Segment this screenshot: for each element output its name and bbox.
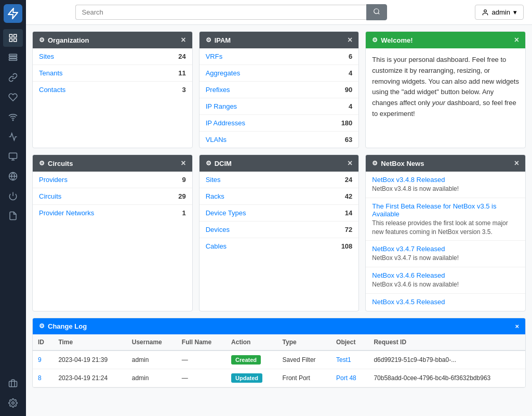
col-type: Type xyxy=(277,334,331,350)
gear-icon[interactable]: ⚙ xyxy=(39,36,45,44)
admin-button[interactable]: admin ▾ xyxy=(475,5,524,20)
row-type: Saved Filter xyxy=(277,350,331,369)
dcim-sites-link[interactable]: Sites xyxy=(206,176,221,184)
devices-link[interactable]: Devices xyxy=(206,226,230,233)
col-username: Username xyxy=(127,334,177,350)
sidebar-item-rack[interactable] xyxy=(3,49,23,67)
widget-organization-close[interactable]: × xyxy=(181,36,185,44)
row-time: 2023-04-19 21:24 xyxy=(53,369,126,387)
widget-circuits-header: ⚙ Circuits × xyxy=(33,155,192,172)
ip-addresses-link[interactable]: IP Addresses xyxy=(206,119,245,127)
widget-dcim-header: ⚙ DCIM × xyxy=(200,155,359,172)
col-object: Object xyxy=(331,334,368,350)
sidebar-item-circuits[interactable] xyxy=(3,128,23,146)
gear-icon[interactable]: ⚙ xyxy=(372,36,378,44)
list-item: Sites 24 xyxy=(200,172,359,188)
news-body: NetBox v3.4.6 is now available! xyxy=(372,280,519,289)
search-button[interactable] xyxy=(366,4,387,20)
device-types-link[interactable]: Device Types xyxy=(206,209,246,217)
list-item: IP Ranges 4 xyxy=(200,98,359,115)
widget-dcim-body: Sites 24 Racks 42 Device Types 14 Device… xyxy=(200,172,359,254)
sidebar-item-dashboard[interactable] xyxy=(3,29,23,47)
list-item: Providers 9 xyxy=(33,172,192,188)
svg-rect-5 xyxy=(9,54,17,56)
dashboard-grid-top: ⚙ Organization × Sites 24 Tenants 11 xyxy=(32,31,526,148)
widget-welcome-header: ⚙ Welcome! × xyxy=(366,32,525,48)
sidebar-item-ipam[interactable] xyxy=(3,167,23,185)
svg-rect-3 xyxy=(9,39,12,42)
list-item: Tenants 11 xyxy=(33,65,192,82)
providers-link[interactable]: Providers xyxy=(39,176,68,184)
vlans-link[interactable]: VLANs xyxy=(206,136,227,144)
news-item: The First Beta Release for NetBox v3.5 i… xyxy=(366,198,525,241)
row-object-link[interactable]: Port 48 xyxy=(336,374,356,382)
gear-icon[interactable]: ⚙ xyxy=(39,322,45,330)
news-link[interactable]: The First Beta Release for NetBox v3.5 i… xyxy=(372,202,519,218)
sidebar-item-virtualization[interactable] xyxy=(3,148,23,165)
row-object-link[interactable]: Test1 xyxy=(336,356,351,363)
list-item: Contacts 3 xyxy=(33,82,192,98)
widget-welcome-close[interactable]: × xyxy=(514,36,519,44)
change-log-close[interactable]: × xyxy=(515,322,519,330)
svg-rect-9 xyxy=(9,153,17,159)
contacts-count: 3 xyxy=(182,86,185,94)
gear-icon[interactable]: ⚙ xyxy=(206,36,211,44)
row-id-link[interactable]: 8 xyxy=(38,374,42,382)
news-link[interactable]: NetBox v3.4.8 Released xyxy=(372,176,519,184)
aggregates-link[interactable]: Aggregates xyxy=(206,69,241,77)
sidebar-item-admin[interactable] xyxy=(3,374,23,392)
widget-welcome: ⚙ Welcome! × This is your personal dashb… xyxy=(365,31,526,148)
gear-icon[interactable]: ⚙ xyxy=(372,160,378,167)
widget-news-close[interactable]: × xyxy=(514,159,519,167)
widget-news-header: ⚙ NetBox News × xyxy=(366,155,525,172)
racks-link[interactable]: Racks xyxy=(206,192,224,200)
widget-change-log: ⚙ Change Log × ID Time Username Full Nam… xyxy=(32,318,526,388)
row-fullname: — xyxy=(177,350,226,369)
news-item: NetBox v3.4.7 Released NetBox v3.4.7 is … xyxy=(366,241,525,267)
tenants-link[interactable]: Tenants xyxy=(39,69,63,77)
news-link[interactable]: NetBox v3.4.6 Released xyxy=(372,271,519,279)
list-item: Prefixes 90 xyxy=(200,82,359,98)
devices-count: 72 xyxy=(345,226,352,233)
row-id-link[interactable]: 9 xyxy=(38,356,42,363)
sites-link[interactable]: Sites xyxy=(39,53,54,60)
sidebar-item-connections[interactable] xyxy=(3,69,23,86)
widget-ipam-close[interactable]: × xyxy=(348,36,352,44)
news-body: This release provides the first look at … xyxy=(372,219,519,237)
news-item: NetBox v3.4.8 Released NetBox v3.4.8 is … xyxy=(366,172,525,198)
sidebar-item-power[interactable] xyxy=(3,187,23,205)
circuits-link[interactable]: Circuits xyxy=(39,192,61,200)
widget-dcim: ⚙ DCIM × Sites 24 Racks 42 Device xyxy=(199,154,360,311)
widget-circuits-close[interactable]: × xyxy=(181,159,185,167)
provider-networks-link[interactable]: Provider Networks xyxy=(39,209,94,217)
widget-ipam: ⚙ IPAM × VRFs 6 Aggregates 4 Prefi xyxy=(199,31,360,148)
news-item: NetBox v3.4.5 Released xyxy=(366,294,525,311)
vrfs-link[interactable]: VRFs xyxy=(206,53,223,60)
list-item: IP Addresses 180 xyxy=(200,115,359,132)
dropdown-icon: ▾ xyxy=(513,8,517,16)
widget-news-title: NetBox News xyxy=(381,160,424,167)
widget-news-body: NetBox v3.4.8 Released NetBox v3.4.8 is … xyxy=(366,172,525,311)
list-item: Device Types 14 xyxy=(200,205,359,222)
prefixes-count: 90 xyxy=(345,86,352,94)
contacts-link[interactable]: Contacts xyxy=(39,86,65,94)
sidebar-item-reports[interactable] xyxy=(3,207,23,225)
row-fullname: — xyxy=(177,369,226,387)
tenants-count: 11 xyxy=(178,69,185,77)
search-input[interactable] xyxy=(75,5,366,20)
sidebar-item-plugins[interactable] xyxy=(3,88,23,106)
prefixes-link[interactable]: Prefixes xyxy=(206,86,230,94)
sidebar-item-wireless[interactable] xyxy=(3,108,23,126)
col-time: Time xyxy=(53,334,126,350)
widget-welcome-body: This is your personal dashboard. Feel fr… xyxy=(366,48,525,126)
gear-icon[interactable]: ⚙ xyxy=(39,160,45,167)
list-item: Sites 24 xyxy=(33,48,192,65)
ip-ranges-link[interactable]: IP Ranges xyxy=(206,102,237,110)
sidebar-item-settings[interactable] xyxy=(3,394,23,412)
gear-icon[interactable]: ⚙ xyxy=(206,160,211,167)
news-link[interactable]: NetBox v3.4.5 Released xyxy=(372,298,519,306)
news-link[interactable]: NetBox v3.4.7 Released xyxy=(372,245,519,253)
cables-link[interactable]: Cables xyxy=(206,242,227,250)
header: admin ▾ xyxy=(26,0,532,25)
widget-dcim-close[interactable]: × xyxy=(348,159,352,167)
